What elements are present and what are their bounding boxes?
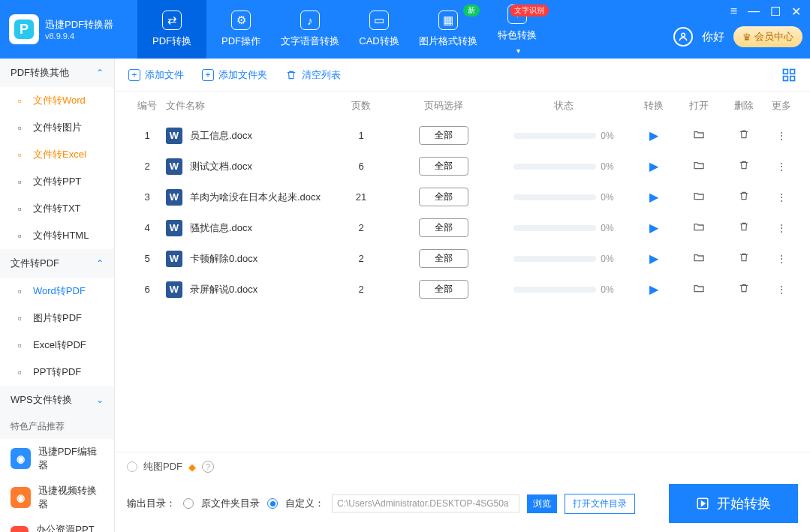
more-icon[interactable]: ⋮ bbox=[776, 191, 787, 203]
promo-label: 迅捷视频转换器 bbox=[38, 484, 104, 511]
word-file-icon: W bbox=[166, 251, 182, 267]
file-type-icon: ▫ bbox=[14, 176, 26, 188]
tab-badge: 新 bbox=[463, 5, 480, 17]
open-dir-button[interactable]: 打开文件目录 bbox=[565, 494, 635, 514]
col-num-header: 编号 bbox=[128, 99, 166, 113]
open-folder-icon[interactable] bbox=[693, 161, 705, 173]
progress-bar bbox=[513, 194, 596, 200]
add-file-button[interactable]: +添加文件 bbox=[128, 68, 184, 82]
top-tab-5[interactable]: ✦特色转换文字识别▾ bbox=[483, 0, 552, 59]
sidebar-item[interactable]: ▫文件转Excel bbox=[0, 141, 114, 168]
promo-item[interactable]: ◉迅捷视频转换器 bbox=[0, 478, 114, 517]
more-icon[interactable]: ⋮ bbox=[776, 284, 787, 296]
sidebar: PDF转换其他⌃▫文件转Word▫文件转图片▫文件转Excel▫文件转PPT▫文… bbox=[0, 59, 115, 532]
sidebar-item[interactable]: ▫Excel转PDF bbox=[0, 332, 114, 359]
more-icon[interactable]: ⋮ bbox=[776, 130, 787, 142]
open-folder-icon[interactable] bbox=[693, 192, 705, 204]
page-range-button[interactable]: 全部 bbox=[419, 249, 468, 268]
sidebar-item-label: PPT转PDF bbox=[33, 365, 81, 379]
page-count: 1 bbox=[331, 130, 391, 141]
promo-icon: ◉ bbox=[11, 448, 31, 469]
sidebar-item[interactable]: ▫文件转PPT bbox=[0, 168, 114, 195]
page-range-button[interactable]: 全部 bbox=[419, 126, 468, 145]
open-folder-icon[interactable] bbox=[693, 254, 705, 266]
original-dir-radio[interactable] bbox=[183, 498, 194, 509]
grid-view-icon[interactable] bbox=[781, 68, 796, 83]
pure-pdf-checkbox[interactable] bbox=[127, 461, 137, 472]
diamond-icon: ◆ bbox=[188, 461, 196, 473]
sidebar-group-header[interactable]: 文件转PDF⌃ bbox=[0, 249, 114, 278]
delete-trash-icon[interactable] bbox=[739, 222, 749, 234]
page-range-button[interactable]: 全部 bbox=[419, 280, 468, 299]
sidebar-item[interactable]: ▫文件转图片 bbox=[0, 114, 114, 141]
file-type-icon: ▫ bbox=[14, 339, 26, 351]
add-folder-button[interactable]: +添加文件夹 bbox=[202, 68, 267, 82]
delete-trash-icon[interactable] bbox=[739, 253, 749, 265]
path-input[interactable] bbox=[332, 494, 519, 512]
more-icon[interactable]: ⋮ bbox=[776, 222, 787, 234]
app-logo: P bbox=[9, 14, 39, 44]
browse-button[interactable]: 浏览 bbox=[527, 494, 557, 513]
file-type-icon: ▫ bbox=[14, 149, 26, 161]
page-count: 21 bbox=[331, 191, 391, 203]
more-icon[interactable]: ⋮ bbox=[776, 161, 787, 173]
top-tab-1[interactable]: ⚙PDF操作 bbox=[206, 0, 276, 59]
promo-item[interactable]: ◉办公资源PPT模板 bbox=[0, 517, 114, 532]
row-num: 6 bbox=[128, 284, 166, 295]
table-row: 5 W卡顿解除0.docx 2 全部 0% ▶ ⋮ bbox=[115, 243, 810, 274]
sidebar-item[interactable]: ▫文件转TXT bbox=[0, 195, 114, 222]
col-convert-header: 转换 bbox=[631, 99, 676, 113]
convert-play-icon[interactable]: ▶ bbox=[649, 221, 658, 234]
progress-bar bbox=[513, 225, 596, 231]
convert-play-icon[interactable]: ▶ bbox=[649, 129, 658, 142]
page-range-button[interactable]: 全部 bbox=[419, 218, 468, 237]
page-range-button[interactable]: 全部 bbox=[419, 188, 468, 206]
convert-play-icon[interactable]: ▶ bbox=[649, 191, 658, 203]
sidebar-item[interactable]: ▫文件转Word bbox=[0, 87, 114, 114]
more-icon[interactable]: ⋮ bbox=[776, 253, 787, 265]
sidebar-item[interactable]: ▫Word转PDF bbox=[0, 278, 114, 305]
progress-bar bbox=[513, 256, 596, 262]
toolbar: +添加文件 +添加文件夹 清空列表 bbox=[115, 59, 810, 92]
sidebar-item[interactable]: ▫文件转HTML bbox=[0, 222, 114, 249]
open-folder-icon[interactable] bbox=[693, 131, 705, 143]
page-range-button[interactable]: 全部 bbox=[419, 157, 468, 176]
top-tab-4[interactable]: ▦图片格式转换新 bbox=[414, 0, 483, 59]
custom-dir-radio[interactable] bbox=[267, 498, 278, 509]
file-name: 录屏解说0.docx bbox=[190, 283, 257, 296]
delete-trash-icon[interactable] bbox=[739, 191, 749, 203]
help-icon[interactable]: ? bbox=[202, 461, 214, 473]
sidebar-item[interactable]: ▫图片转PDF bbox=[0, 305, 114, 332]
table-row: 3 W羊肉为啥没在日本火起来.docx 21 全部 0% ▶ ⋮ bbox=[115, 182, 810, 212]
user-avatar-icon[interactable] bbox=[673, 27, 693, 47]
sidebar-group-header[interactable]: PDF转换其他⌃ bbox=[0, 59, 114, 87]
svg-rect-5 bbox=[784, 76, 788, 80]
file-table: 编号 文件名称 页数 页码选择 状态 转换 打开 删除 更多 1 W员工信息.d… bbox=[115, 92, 810, 452]
tab-icon: ▭ bbox=[369, 11, 389, 30]
open-folder-icon[interactable] bbox=[693, 284, 705, 296]
sidebar-group-header[interactable]: WPS文件转换⌄ bbox=[0, 386, 114, 414]
vip-button[interactable]: ♛ 会员中心 bbox=[733, 26, 802, 47]
convert-play-icon[interactable]: ▶ bbox=[649, 283, 658, 296]
status-text: 0% bbox=[601, 131, 613, 141]
clear-list-button[interactable]: 清空列表 bbox=[285, 68, 341, 82]
promo-item[interactable]: ◉迅捷PDF编辑器 bbox=[0, 439, 114, 478]
original-dir-label: 原文件夹目录 bbox=[201, 497, 260, 510]
delete-trash-icon[interactable] bbox=[739, 161, 749, 173]
file-type-icon: ▫ bbox=[14, 312, 26, 324]
delete-trash-icon[interactable] bbox=[739, 284, 749, 296]
top-tab-2[interactable]: ♪文字语音转换 bbox=[276, 0, 345, 59]
top-tab-0[interactable]: ⇄PDF转换 bbox=[137, 0, 206, 59]
start-convert-button[interactable]: 开始转换 bbox=[669, 484, 798, 523]
open-folder-icon[interactable] bbox=[693, 223, 705, 235]
file-name: 测试文档.docx bbox=[190, 160, 252, 173]
page-count: 6 bbox=[331, 161, 391, 172]
chevron-up-icon: ⌃ bbox=[96, 258, 104, 269]
convert-play-icon[interactable]: ▶ bbox=[649, 252, 658, 265]
sidebar-item[interactable]: ▫PPT转PDF bbox=[0, 359, 114, 386]
top-tab-3[interactable]: ▭CAD转换 bbox=[345, 0, 414, 59]
bottom-bar: 纯图PDF ◆ ? 输出目录： 原文件夹目录 自定义： 浏览 打开文件目录 开始… bbox=[115, 452, 810, 532]
convert-play-icon[interactable]: ▶ bbox=[649, 160, 658, 173]
delete-trash-icon[interactable] bbox=[739, 130, 749, 142]
content-area: +添加文件 +添加文件夹 清空列表 编号 文件名称 页数 页码选择 状态 转换 … bbox=[115, 59, 810, 532]
